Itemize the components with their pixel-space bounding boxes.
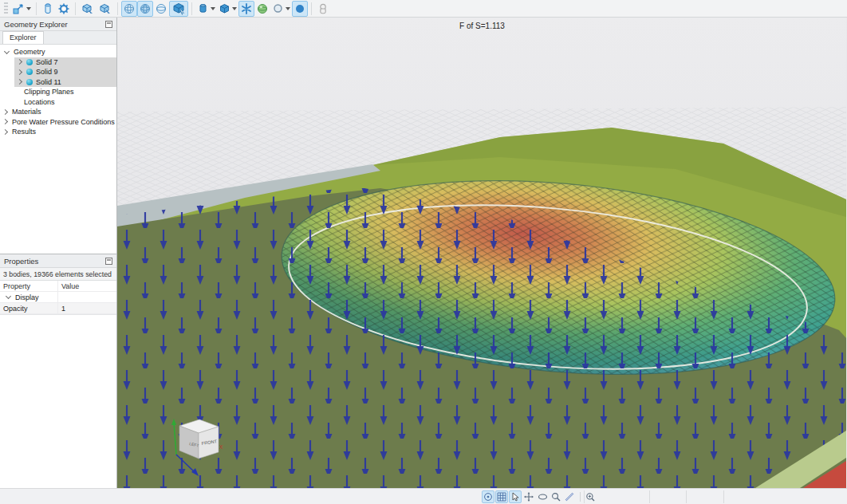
tree-item-solid7[interactable]: Solid 7 — [14, 57, 116, 68]
chevron-right-icon[interactable] — [17, 59, 22, 65]
explorer-tabrow: Explorer — [0, 31, 116, 45]
status-bar — [0, 488, 847, 504]
properties-title: Properties — [4, 257, 38, 266]
tree-item-clipping-planes[interactable]: Clipping Planes — [0, 87, 116, 97]
status-cell-1 — [584, 490, 649, 503]
factor-of-safety-label: F of S=1.113 — [459, 22, 505, 30]
magnifier-icon — [551, 492, 561, 502]
application-window: Geometry Explorer Explorer Geometry Soli… — [0, 0, 847, 504]
dropdown-caret-icon — [26, 7, 31, 10]
chevron-right-icon[interactable] — [2, 109, 8, 115]
toolbar-grip[interactable] — [4, 2, 8, 15]
column-value: Value — [57, 281, 116, 291]
property-row-opacity[interactable]: Opacity 1 — [0, 303, 116, 314]
gear-icon — [57, 2, 70, 15]
green-sphere-icon — [256, 2, 269, 15]
chevron-right-icon[interactable] — [17, 69, 22, 75]
dropdown-caret-icon — [286, 7, 290, 10]
tree-item-geometry[interactable]: Geometry — [0, 47, 116, 57]
contour-outline-button[interactable] — [270, 1, 292, 17]
zoom-button[interactable] — [550, 490, 562, 503]
tree-item-pore-water[interactable]: Pore Water Pressure Conditions — [0, 117, 116, 128]
dropdown-caret-icon — [211, 7, 215, 10]
left-sidebar: Geometry Explorer Explorer Geometry Soli… — [0, 18, 117, 488]
sphere-wireframe-icon — [123, 2, 136, 15]
lock-button[interactable] — [315, 1, 331, 17]
snap-target-button[interactable] — [482, 490, 494, 503]
status-cell-2 — [649, 490, 686, 503]
scene-canvas: LEFT FRONT X — [117, 18, 846, 488]
properties-header-row: Property Value — [0, 281, 116, 292]
dock-pin-icon[interactable] — [105, 258, 112, 265]
grid-toggle-button[interactable] — [495, 490, 508, 503]
sphere-plain-icon — [155, 2, 167, 15]
chevron-right-icon[interactable] — [17, 79, 22, 85]
cylinder-small-icon — [197, 2, 209, 15]
tree-item-solid11[interactable]: Solid 11 — [14, 77, 116, 88]
axis-x-label: X — [219, 444, 223, 450]
sphere-wireframe-button[interactable] — [121, 1, 137, 17]
solid-icon — [26, 79, 33, 85]
status-cell-3 — [686, 490, 723, 503]
cube-menu-button[interactable] — [217, 1, 238, 17]
solid-icon — [26, 69, 33, 75]
circle-outline-icon — [272, 2, 284, 15]
geometry-tree: Geometry Solid 7 Solid 9 — [0, 45, 116, 254]
dropdown-caret-icon — [232, 7, 237, 10]
cylinder-icon — [41, 2, 54, 15]
pan-icon — [524, 492, 534, 502]
properties-table: Property Value Display Opacity 1 — [0, 281, 116, 315]
orbit-button[interactable] — [536, 490, 549, 503]
cube-small-icon — [219, 2, 230, 15]
sphere-plain-button[interactable] — [153, 1, 169, 17]
tree-item-locations[interactable]: Locations — [0, 97, 116, 108]
selection-summary: 3 bodies, 19366 elements selected — [0, 268, 116, 281]
orbit-icon — [538, 492, 548, 502]
opacity-value[interactable]: 1 — [57, 303, 116, 313]
circle-filled-icon — [293, 2, 306, 15]
sphere-shaded-icon — [139, 2, 152, 15]
cube-pick-icon — [81, 2, 95, 15]
sphere-material-button[interactable] — [254, 1, 270, 17]
chevron-right-icon[interactable] — [2, 119, 8, 124]
cursor-icon — [510, 492, 520, 502]
measure-icon — [565, 492, 574, 502]
viewport-3d[interactable]: LEFT FRONT X F of S=1.113 — [117, 18, 847, 488]
asterisk-icon — [240, 2, 253, 15]
tab-explorer[interactable]: Explorer — [2, 31, 44, 44]
sphere-shaded-button[interactable] — [137, 1, 153, 17]
cube-cursor-icon — [171, 2, 187, 15]
pick-solid-button[interactable] — [79, 1, 97, 17]
pick-solid-alt-button[interactable] — [97, 1, 114, 17]
contour-filled-button[interactable] — [292, 1, 308, 17]
tree-item-results[interactable]: Results — [0, 127, 116, 137]
column-property: Property — [0, 282, 57, 290]
cylinder-menu-button[interactable] — [195, 1, 217, 17]
measure-button[interactable] — [563, 490, 576, 503]
properties-panel: Properties 3 bodies, 19366 elements sele… — [0, 254, 116, 488]
solid-icon — [26, 59, 33, 65]
geometry-explorer-titlebar: Geometry Explorer — [0, 18, 116, 31]
status-cell-4 — [723, 490, 847, 503]
cube-pick-alt-icon — [98, 2, 112, 15]
select-entities-button[interactable] — [169, 1, 188, 17]
grid-icon — [497, 492, 506, 502]
selection-expand-button[interactable] — [10, 1, 33, 17]
main-toolbar — [0, 0, 847, 18]
geometry-explorer-title: Geometry Explorer — [4, 20, 68, 29]
chevron-down-icon[interactable] — [4, 49, 10, 54]
tree-item-materials[interactable]: Materials — [0, 107, 116, 117]
pan-button[interactable] — [522, 490, 535, 503]
solid-view-button[interactable] — [40, 1, 56, 17]
settings-button[interactable] — [56, 1, 72, 17]
select-cursor-button[interactable] — [509, 490, 522, 503]
property-row-display[interactable]: Display — [0, 292, 116, 303]
dock-pin-icon[interactable] — [105, 21, 112, 28]
geometry-explorer-panel: Geometry Explorer Explorer Geometry Soli… — [0, 18, 116, 254]
chevron-right-icon[interactable] — [2, 129, 8, 135]
chevron-down-icon[interactable] — [6, 293, 11, 299]
show-vectors-button[interactable] — [238, 1, 254, 17]
tree-item-solid9[interactable]: Solid 9 — [14, 67, 116, 77]
snap-target-icon — [483, 492, 493, 502]
properties-titlebar: Properties — [0, 254, 116, 268]
